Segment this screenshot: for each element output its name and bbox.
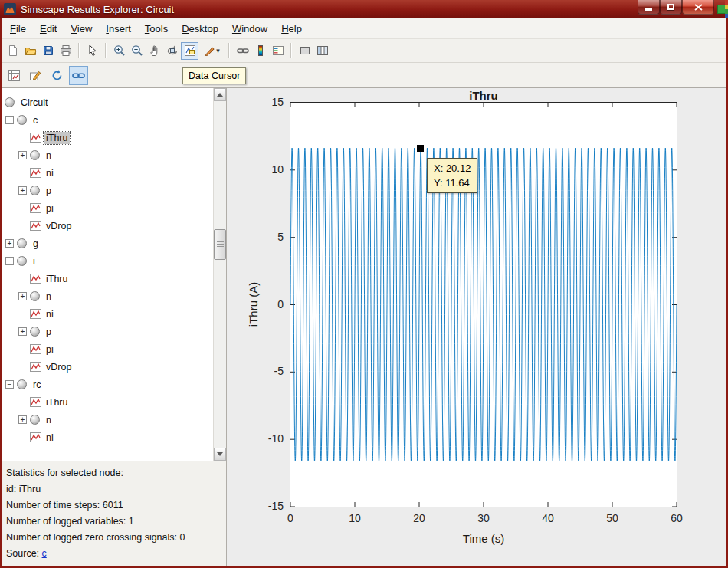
signal-plot-icon <box>30 203 41 213</box>
tree-item-n[interactable]: +n <box>0 412 213 429</box>
rotate-3d-button[interactable] <box>163 42 181 60</box>
tree-item-ni[interactable]: ni <box>0 429 213 447</box>
collapse-icon[interactable]: − <box>5 257 14 265</box>
tree-item-pi[interactable]: pi <box>0 200 213 218</box>
minimize-button[interactable] <box>638 0 660 15</box>
menu-window[interactable]: Window <box>225 20 274 38</box>
scroll-down-button[interactable] <box>214 448 226 461</box>
title-bar[interactable]: Simscape Results Explorer: Circuit <box>0 0 728 18</box>
menu-tools[interactable]: Tools <box>138 20 175 38</box>
brush-data-button[interactable]: ▾ <box>198 42 225 60</box>
colorbar-icon <box>254 44 267 57</box>
tree-item-ni[interactable]: ni <box>0 165 213 182</box>
stats-source-link[interactable]: c <box>42 548 47 559</box>
plot-title: iThru <box>290 89 677 102</box>
zoom-out-button[interactable] <box>128 42 146 60</box>
tree-item-n[interactable]: +n <box>0 288 213 306</box>
edit-pencil-icon <box>29 69 42 82</box>
tree-item-ithru[interactable]: iThru <box>0 130 213 147</box>
menu-insert[interactable]: Insert <box>99 20 138 38</box>
collapse-icon[interactable]: − <box>5 116 14 124</box>
show-plot-tools-button[interactable] <box>313 42 331 60</box>
expand-icon[interactable]: + <box>18 415 27 424</box>
link-plots-button[interactable] <box>69 66 88 85</box>
zoom-in-button[interactable] <box>110 42 128 60</box>
open-folder-icon <box>25 44 37 57</box>
scrollbar-thumb[interactable] <box>214 229 226 260</box>
data-cursor-marker[interactable] <box>417 145 424 152</box>
legend-icon <box>272 44 284 57</box>
scroll-up-button[interactable] <box>214 88 226 101</box>
tree-item-p[interactable]: +p <box>0 182 213 200</box>
data-cursor-button[interactable] <box>181 42 198 60</box>
rotate-3d-icon <box>166 44 179 57</box>
tree-item-label: ni <box>44 432 56 444</box>
data-cursor-datatip[interactable]: X: 20.12 Y: 11.64 <box>427 158 477 193</box>
menu-help[interactable]: Help <box>274 20 309 38</box>
tree-item-g[interactable]: +g <box>0 235 213 253</box>
tree-item-c[interactable]: −c <box>0 112 213 130</box>
tree-item-pi[interactable]: pi <box>0 341 213 359</box>
expand-icon[interactable]: + <box>18 327 27 336</box>
expand-icon[interactable]: + <box>18 292 27 300</box>
insert-colorbar-button[interactable] <box>251 42 269 60</box>
link-chain-icon <box>72 69 85 82</box>
signal-plot-icon <box>30 274 41 284</box>
tree-scrollbar[interactable] <box>213 88 226 461</box>
expand-icon[interactable]: + <box>18 186 27 195</box>
tree-item-label: n <box>44 414 54 426</box>
tree-item-vdrop[interactable]: vDrop <box>0 218 213 235</box>
y-tick-label: 0 <box>241 298 284 310</box>
tree-item-i[interactable]: −i <box>0 253 213 271</box>
hide-plot-tools-button[interactable] <box>296 42 313 60</box>
close-button[interactable] <box>682 0 714 15</box>
tree-item-ithru[interactable]: iThru <box>0 271 213 288</box>
toolbar-separator <box>290 43 292 58</box>
tree-item-ithru[interactable]: iThru <box>0 394 213 412</box>
node-report-button[interactable] <box>5 66 24 85</box>
stats-logged-variables: Number of logged variables: 1 <box>6 514 220 530</box>
toolbar-secondary <box>0 63 728 88</box>
new-document-icon <box>7 44 19 57</box>
expand-icon[interactable]: + <box>5 239 14 248</box>
stats-zero-crossings: Number of logged zero crossing signals: … <box>6 530 220 546</box>
reload-logged-data-button[interactable] <box>48 66 67 85</box>
tree-item-ni[interactable]: ni <box>0 306 213 323</box>
node-icon <box>30 415 40 425</box>
tree-item-vdrop[interactable]: vDrop <box>0 359 213 376</box>
x-tick-label: 60 <box>660 512 694 524</box>
tree-item-label: pi <box>44 202 56 215</box>
pan-button[interactable] <box>146 42 163 60</box>
tree-item-circuit[interactable]: Circuit <box>0 94 213 112</box>
tree-item-p[interactable]: +p <box>0 323 213 341</box>
open-file-button[interactable] <box>21 42 39 60</box>
dropdown-arrow-icon[interactable]: ▾ <box>216 47 220 54</box>
signal-plot-icon <box>30 362 41 372</box>
maximize-button[interactable] <box>660 0 682 15</box>
menu-edit[interactable]: Edit <box>33 20 64 38</box>
tree-item-label: p <box>44 326 54 338</box>
menu-file[interactable]: File <box>3 20 33 38</box>
menu-desktop[interactable]: Desktop <box>175 20 225 38</box>
tree-item-label: iThru <box>44 132 70 144</box>
collapse-icon[interactable]: − <box>5 380 14 389</box>
print-figure-button[interactable] <box>57 42 74 60</box>
link-plot-button[interactable] <box>234 42 251 60</box>
toolbar-separator <box>105 43 107 58</box>
insert-legend-button[interactable] <box>269 42 287 60</box>
edit-plot-button[interactable] <box>84 42 101 60</box>
edit-node-button[interactable] <box>26 66 45 85</box>
new-figure-button[interactable] <box>4 42 21 60</box>
expand-icon[interactable]: + <box>18 151 27 159</box>
stats-source-line: Source: c <box>6 546 220 562</box>
save-figure-button[interactable] <box>39 42 57 60</box>
hide-plot-tools-icon <box>299 44 311 57</box>
menu-view[interactable]: View <box>64 20 99 38</box>
statistics-panel: Statistics for selected node: id: iThru … <box>0 461 227 568</box>
node-icon <box>17 379 27 389</box>
plot-axes[interactable]: X: 20.12 Y: 11.64 <box>290 102 677 507</box>
tree-item-n[interactable]: +n <box>0 147 213 165</box>
stats-id: id: iThru <box>6 481 220 497</box>
tree-item-rc[interactable]: −rc <box>0 376 213 394</box>
tree-item-label: p <box>44 185 54 197</box>
